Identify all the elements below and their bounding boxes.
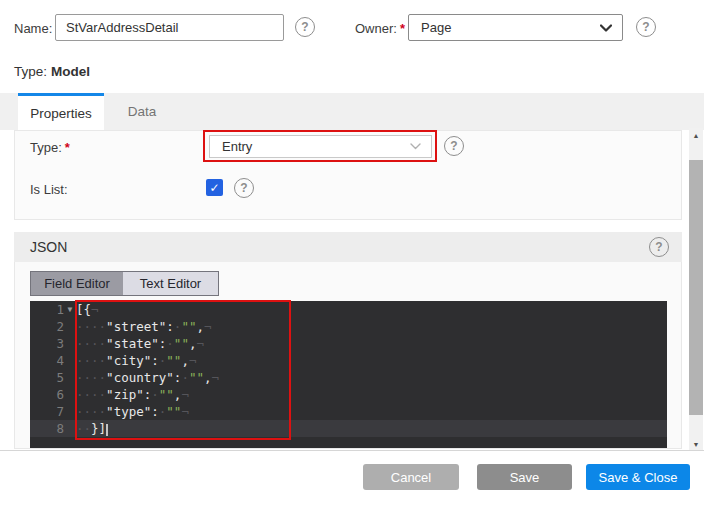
owner-label: Owner:* [355, 21, 405, 36]
line-number: 8 [30, 420, 64, 437]
line-number: 1 [30, 301, 64, 318]
cancel-button[interactable]: Cancel [363, 464, 459, 490]
is-list-help-icon[interactable]: ? [234, 178, 254, 198]
code-text: ····"type":·""¬ [76, 403, 189, 420]
code-line: 5····"country":·"",¬ [30, 369, 667, 386]
code-line: 6····"zip":·"",¬ [30, 386, 667, 403]
is-list-label: Is List: [30, 182, 68, 197]
fold-spacer [64, 369, 76, 386]
code-line: 2····"street":·"",¬ [30, 318, 667, 335]
text-editor-tab[interactable]: Text Editor [123, 272, 218, 295]
json-help-icon[interactable]: ? [649, 237, 669, 257]
save-and-close-button[interactable]: Save & Close [586, 464, 690, 490]
vertical-scrollbar[interactable]: ▲ ▼ [689, 128, 703, 451]
code-text: ····"street":·"",¬ [76, 318, 212, 335]
chevron-down-icon [600, 24, 612, 32]
type-help-icon[interactable]: ? [444, 136, 464, 156]
code-text: [{¬ [76, 301, 99, 318]
line-number: 6 [30, 386, 64, 403]
json-code-editor[interactable]: 1▼[{¬2····"street":·"",¬3····"state":·""… [30, 301, 667, 448]
required-asterisk: * [400, 21, 405, 36]
save-button[interactable]: Save [477, 464, 572, 490]
type-select-value: Entry [222, 139, 252, 154]
json-section-title: JSON [30, 239, 67, 255]
line-number: 2 [30, 318, 64, 335]
code-text: ····"city":·"",¬ [76, 352, 196, 369]
code-line: 3····"state":·"",¬ [30, 335, 667, 352]
code-line: 4····"city":·"",¬ [30, 352, 667, 369]
code-line: 8··}] [30, 420, 667, 437]
required-asterisk: * [65, 140, 70, 155]
footer-divider [0, 450, 704, 451]
code-text: ····"country":·"",¬ [76, 369, 219, 386]
code-line: 1▼[{¬ [30, 301, 667, 318]
code-line: 7····"type":·""¬ [30, 403, 667, 420]
fold-spacer [64, 403, 76, 420]
field-editor-tab[interactable]: Field Editor [31, 272, 123, 295]
fold-spacer [64, 352, 76, 369]
fold-caret-icon[interactable]: ▼ [64, 301, 76, 318]
owner-help-icon[interactable]: ? [636, 17, 656, 37]
chevron-down-icon [410, 143, 421, 150]
fold-spacer [64, 420, 76, 437]
tab-properties[interactable]: Properties [18, 93, 104, 130]
code-text: ····"state":·"",¬ [76, 335, 204, 352]
owner-select[interactable]: Page [408, 14, 623, 41]
line-number: 4 [30, 352, 64, 369]
editor-mode-toggle: Field Editor Text Editor [30, 271, 219, 296]
name-label: Name:* [14, 21, 60, 36]
tab-bar: Properties Data [0, 93, 704, 130]
line-number: 5 [30, 369, 64, 386]
type-select[interactable]: Entry [209, 135, 432, 158]
fold-spacer [64, 335, 76, 352]
scrollbar-thumb[interactable] [689, 160, 703, 415]
json-section-header: JSON ? [14, 232, 682, 262]
code-text: ····"zip":·"",¬ [76, 386, 189, 403]
model-type-line: Type:Model [14, 64, 90, 79]
scroll-down-icon[interactable]: ▼ [689, 437, 703, 451]
tab-data[interactable]: Data [104, 93, 180, 130]
scroll-up-icon[interactable]: ▲ [689, 128, 703, 142]
line-number: 7 [30, 403, 64, 420]
code-text: ··}] [76, 420, 108, 437]
name-help-icon[interactable]: ? [295, 17, 315, 37]
owner-select-value: Page [421, 20, 451, 35]
type-field-label: Type:* [30, 140, 70, 155]
line-number: 3 [30, 335, 64, 352]
code-lines: 1▼[{¬2····"street":·"",¬3····"state":·""… [30, 301, 667, 437]
model-type-value: Model [51, 64, 90, 79]
fold-spacer [64, 386, 76, 403]
fold-spacer [64, 318, 76, 335]
name-input[interactable] [55, 14, 284, 41]
is-list-checkbox[interactable]: ✓ [206, 179, 223, 196]
